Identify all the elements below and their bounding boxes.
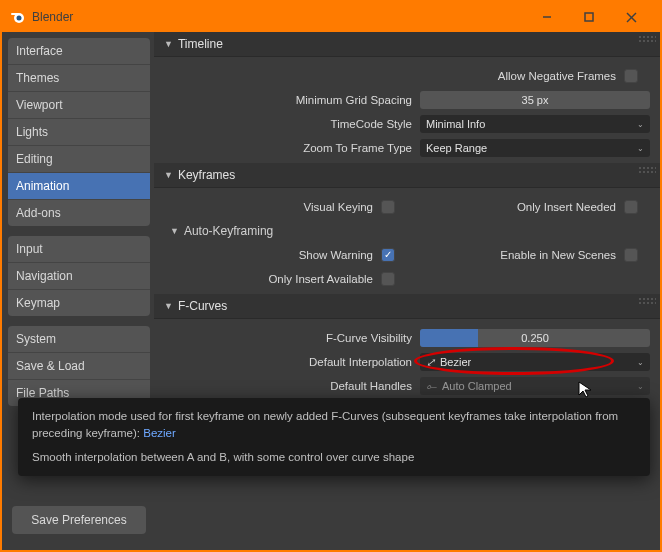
sidebar-item-interface[interactable]: Interface [8,38,150,65]
timecode-label: TimeCode Style [164,118,420,130]
enable-new-scenes-checkbox[interactable] [624,248,638,262]
titlebar: Blender [2,2,660,32]
only-insert-available-checkbox[interactable] [381,272,395,286]
sidebar-item-navigation[interactable]: Navigation [8,263,150,290]
panel-body-fcurves: F-Curve Visibility 0.250 Default Interpo… [154,319,660,401]
disclosure-down-icon: ▼ [164,301,173,311]
allow-negative-frames-label: Allow Negative Frames [407,70,624,82]
disclosure-down-icon: ▼ [170,226,179,236]
drag-grip-icon[interactable] [638,166,656,174]
drag-grip-icon[interactable] [638,297,656,305]
timecode-value: Minimal Info [426,118,485,130]
timecode-select[interactable]: Minimal Info⌄ [420,115,650,133]
bezier-icon: ⤢ [426,356,435,369]
svg-point-1 [17,16,22,21]
minimize-button[interactable] [526,3,568,31]
sidebar-item-input[interactable]: Input [8,236,150,263]
only-insert-needed-checkbox[interactable] [624,200,638,214]
close-button[interactable] [610,3,652,31]
fcurve-visibility-label: F-Curve Visibility [164,332,420,344]
tooltip-line-2: Smooth interpolation between A and B, wi… [32,449,636,466]
window-controls [526,3,652,31]
sidebar-item-viewport[interactable]: Viewport [8,92,150,119]
panel-header-timeline[interactable]: ▼ Timeline [154,32,660,57]
tooltip-text: Interpolation mode used for first keyfra… [32,410,618,439]
panel-header-fcurves[interactable]: ▼ F-Curves [154,294,660,319]
sidebar-group-2: Input Navigation Keymap [8,236,150,316]
fcurve-visibility-value: 0.250 [521,332,549,344]
zoom-frame-value: Keep Range [426,142,487,154]
app-window: Blender Interface Themes Viewport Lights… [0,0,662,552]
disclosure-down-icon: ▼ [164,39,173,49]
maximize-button[interactable] [568,3,610,31]
sidebar-item-system[interactable]: System [8,326,150,353]
drag-grip-icon[interactable] [638,35,656,43]
auto-keyframing-subheader[interactable]: ▼ Auto-Keyframing [164,220,650,242]
panel-body-keyframes: Visual Keying Only Insert Needed ▼ Auto-… [154,188,660,294]
sidebar-group-3: System Save & Load File Paths [8,326,150,406]
show-warning-label: Show Warning [164,249,381,261]
sidebar-item-saveload[interactable]: Save & Load [8,353,150,380]
sidebar-item-addons[interactable]: Add-ons [8,200,150,226]
panel-title-fcurves: F-Curves [178,299,227,313]
window-title: Blender [32,10,526,24]
chevron-down-icon: ⌄ [637,382,644,391]
sidebar-item-animation[interactable]: Animation [8,173,150,200]
sidebar-item-themes[interactable]: Themes [8,65,150,92]
sidebar-item-lights[interactable]: Lights [8,119,150,146]
min-grid-label: Minimum Grid Spacing [164,94,420,106]
tooltip: Interpolation mode used for first keyfra… [18,398,650,476]
default-handles-value: Auto Clamped [442,380,512,392]
only-insert-available-label: Only Insert Available [164,273,381,285]
zoom-frame-label: Zoom To Frame Type [164,142,420,154]
handles-icon: ⟜ [426,380,437,393]
allow-negative-frames-checkbox[interactable] [624,69,638,83]
min-grid-value: 35 px [522,94,549,106]
chevron-down-icon: ⌄ [637,120,644,129]
sidebar-item-editing[interactable]: Editing [8,146,150,173]
disclosure-down-icon: ▼ [164,170,173,180]
show-warning-checkbox[interactable] [381,248,395,262]
default-handles-label: Default Handles [164,380,420,392]
default-interpolation-value: Bezier [440,356,471,368]
zoom-frame-select[interactable]: Keep Range⌄ [420,139,650,157]
svg-rect-3 [585,13,593,21]
visual-keying-label: Visual Keying [164,201,381,213]
slider-fill [420,329,478,347]
visual-keying-checkbox[interactable] [381,200,395,214]
tooltip-line-1: Interpolation mode used for first keyfra… [32,408,636,443]
sidebar-group-1: Interface Themes Viewport Lights Editing… [8,38,150,226]
default-interpolation-select[interactable]: ⤢ Bezier ⌄ [420,353,650,371]
panel-body-timeline: Allow Negative Frames Minimum Grid Spaci… [154,57,660,163]
chevron-down-icon: ⌄ [637,144,644,153]
fcurve-visibility-slider[interactable]: 0.250 [420,329,650,347]
default-handles-select[interactable]: ⟜ Auto Clamped ⌄ [420,377,650,395]
save-preferences-button[interactable]: Save Preferences [12,506,146,534]
enable-new-scenes-label: Enable in New Scenes [407,249,624,261]
auto-keyframing-label: Auto-Keyframing [184,224,273,238]
panel-title-timeline: Timeline [178,37,223,51]
sidebar-item-keymap[interactable]: Keymap [8,290,150,316]
panel-header-keyframes[interactable]: ▼ Keyframes [154,163,660,188]
panel-title-keyframes: Keyframes [178,168,235,182]
blender-icon [10,9,26,25]
only-insert-needed-label: Only Insert Needed [407,201,624,213]
chevron-down-icon: ⌄ [637,358,644,367]
min-grid-field[interactable]: 35 px [420,91,650,109]
tooltip-highlight: Bezier [143,427,176,439]
default-interpolation-label: Default Interpolation [164,356,420,368]
